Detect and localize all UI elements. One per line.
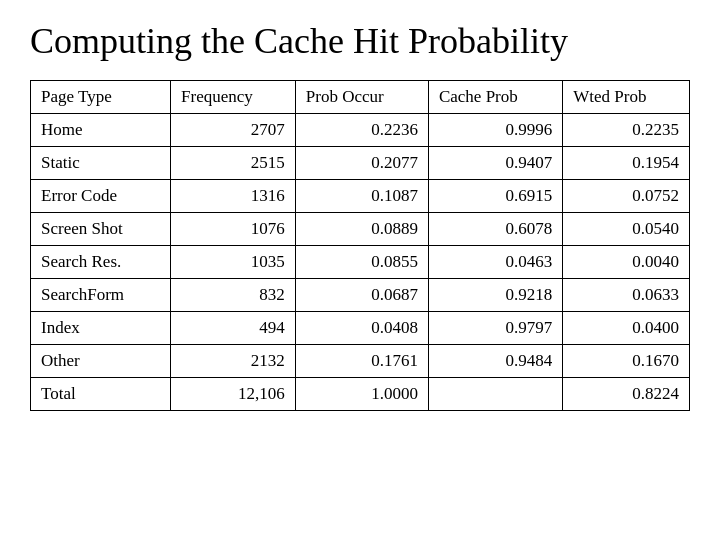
table-cell-0-3: 0.9996	[428, 114, 562, 147]
table-header-0: Page Type	[31, 81, 171, 114]
table-cell-7-0: Other	[31, 345, 171, 378]
table-cell-3-4: 0.0540	[563, 213, 690, 246]
table-cell-4-1: 1035	[171, 246, 296, 279]
table-cell-5-3: 0.9218	[428, 279, 562, 312]
table-cell-1-2: 0.2077	[295, 147, 428, 180]
table-cell-5-1: 832	[171, 279, 296, 312]
table-row: Screen Shot10760.08890.60780.0540	[31, 213, 690, 246]
table-cell-0-1: 2707	[171, 114, 296, 147]
table-cell-2-4: 0.0752	[563, 180, 690, 213]
table-cell-1-0: Static	[31, 147, 171, 180]
table-row: Index4940.04080.97970.0400	[31, 312, 690, 345]
table-row: Home27070.22360.99960.2235	[31, 114, 690, 147]
table-header-1: Frequency	[171, 81, 296, 114]
table-cell-5-4: 0.0633	[563, 279, 690, 312]
table-cell-8-4: 0.8224	[563, 378, 690, 411]
table-header-row: Page TypeFrequencyProb OccurCache ProbWt…	[31, 81, 690, 114]
table-header-3: Cache Prob	[428, 81, 562, 114]
table-cell-8-1: 12,106	[171, 378, 296, 411]
table-cell-4-2: 0.0855	[295, 246, 428, 279]
table-cell-6-0: Index	[31, 312, 171, 345]
table-cell-6-3: 0.9797	[428, 312, 562, 345]
table-cell-6-2: 0.0408	[295, 312, 428, 345]
table-row: Error Code13160.10870.69150.0752	[31, 180, 690, 213]
table-cell-2-2: 0.1087	[295, 180, 428, 213]
table-cell-2-1: 1316	[171, 180, 296, 213]
data-table: Page TypeFrequencyProb OccurCache ProbWt…	[30, 80, 690, 411]
table-cell-7-3: 0.9484	[428, 345, 562, 378]
table-cell-6-4: 0.0400	[563, 312, 690, 345]
table-cell-0-4: 0.2235	[563, 114, 690, 147]
table-body: Home27070.22360.99960.2235Static25150.20…	[31, 114, 690, 411]
page-title: Computing the Cache Hit Probability	[30, 20, 690, 62]
table-cell-1-4: 0.1954	[563, 147, 690, 180]
table-row: SearchForm8320.06870.92180.0633	[31, 279, 690, 312]
table-cell-6-1: 494	[171, 312, 296, 345]
table-cell-7-1: 2132	[171, 345, 296, 378]
table-cell-3-2: 0.0889	[295, 213, 428, 246]
table-cell-4-3: 0.0463	[428, 246, 562, 279]
table-cell-4-4: 0.0040	[563, 246, 690, 279]
table-cell-7-4: 0.1670	[563, 345, 690, 378]
table-cell-0-0: Home	[31, 114, 171, 147]
table-cell-1-1: 2515	[171, 147, 296, 180]
table-cell-2-0: Error Code	[31, 180, 171, 213]
table-header-4: Wted Prob	[563, 81, 690, 114]
table-cell-4-0: Search Res.	[31, 246, 171, 279]
table-cell-8-2: 1.0000	[295, 378, 428, 411]
table-row: Static25150.20770.94070.1954	[31, 147, 690, 180]
table-cell-0-2: 0.2236	[295, 114, 428, 147]
table-cell-2-3: 0.6915	[428, 180, 562, 213]
table-cell-3-3: 0.6078	[428, 213, 562, 246]
table-cell-8-3	[428, 378, 562, 411]
table-cell-3-0: Screen Shot	[31, 213, 171, 246]
table-row: Search Res.10350.08550.04630.0040	[31, 246, 690, 279]
table-header-2: Prob Occur	[295, 81, 428, 114]
table-cell-8-0: Total	[31, 378, 171, 411]
table-cell-5-0: SearchForm	[31, 279, 171, 312]
table-cell-3-1: 1076	[171, 213, 296, 246]
table-cell-1-3: 0.9407	[428, 147, 562, 180]
table-cell-5-2: 0.0687	[295, 279, 428, 312]
table-row: Other21320.17610.94840.1670	[31, 345, 690, 378]
table-cell-7-2: 0.1761	[295, 345, 428, 378]
table-row: Total12,1061.00000.8224	[31, 378, 690, 411]
